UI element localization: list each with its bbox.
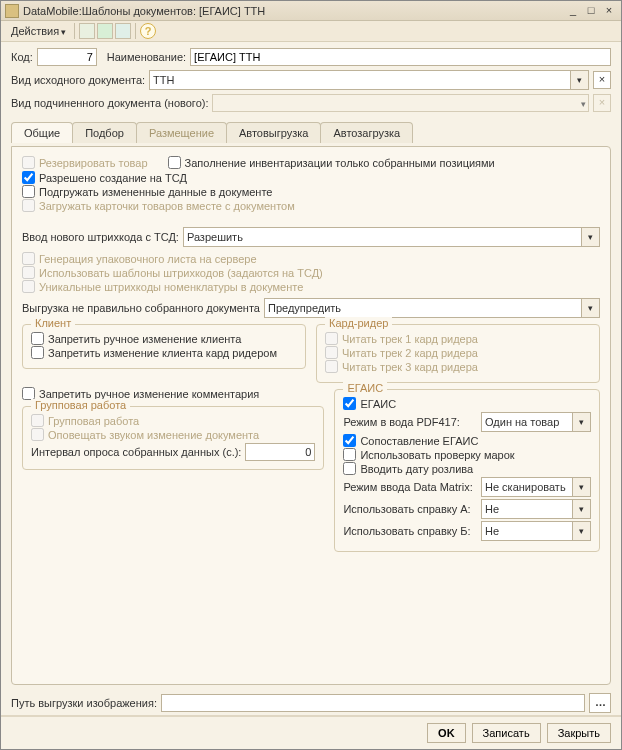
- egais-mode-select[interactable]: Один на товар: [481, 412, 591, 432]
- egais-mode-label: Режим в вода PDF417:: [343, 416, 477, 428]
- egais-match-checkbox[interactable]: Сопоставление ЕГАИС: [343, 434, 591, 447]
- chevron-down-icon[interactable]: [582, 227, 600, 247]
- group-egais-legend: ЕГАИС: [343, 382, 387, 394]
- group-groupwork-legend: Групповая работа: [31, 399, 130, 411]
- chevron-down-icon[interactable]: [573, 521, 591, 541]
- wrong-doc-value: Предупредить: [264, 298, 582, 318]
- separator: [135, 23, 136, 39]
- track1-checkbox: Читать трек 1 кард ридера: [325, 332, 591, 345]
- refb-select[interactable]: Не использовать: [481, 521, 591, 541]
- chevron-down-icon[interactable]: [573, 499, 591, 519]
- new-bc-value: Разрешить: [183, 227, 582, 247]
- tab-selection[interactable]: Подбор: [72, 122, 137, 143]
- browse-button[interactable]: …: [589, 693, 611, 713]
- chevron-down-icon[interactable]: [573, 412, 591, 432]
- group-groupwork: Групповая работа Групповая работа Оповещ…: [22, 406, 324, 470]
- wrong-doc-select[interactable]: Предупредить: [264, 298, 600, 318]
- tab-autoimport[interactable]: Автозагрузка: [320, 122, 413, 143]
- refb-value: Не использовать: [481, 521, 573, 541]
- interval-label: Интервал опроса собранных данных (с.):: [31, 446, 241, 458]
- maximize-button[interactable]: □: [583, 4, 599, 18]
- new-bc-select[interactable]: Разрешить: [183, 227, 600, 247]
- help-icon[interactable]: ?: [140, 23, 156, 39]
- src-doc-label: Вид исходного документа:: [11, 74, 145, 86]
- sound-notify-checkbox: Оповещать звуком изменение документа: [31, 428, 315, 441]
- forbid-manual-client-checkbox[interactable]: Запретить ручное изменение клиента: [31, 332, 297, 345]
- close-button[interactable]: Закрыть: [547, 723, 611, 743]
- code-label: Код:: [11, 51, 33, 63]
- group-cardreader-legend: Кард-ридер: [325, 317, 392, 329]
- check-marks-checkbox[interactable]: Использовать проверку марок: [343, 448, 591, 461]
- reserve-checkbox: Резервировать товар: [22, 156, 148, 169]
- unique-bc-checkbox: Уникальные штрихкоды номенклатуры в доку…: [22, 280, 600, 293]
- toolbar-icon-3[interactable]: [115, 23, 131, 39]
- app-icon: [5, 4, 19, 18]
- img-path-input[interactable]: [161, 694, 585, 712]
- tabstrip: Общие Подбор Размещение Автовыгрузка Авт…: [11, 122, 611, 143]
- clear-src-doc-button[interactable]: ×: [593, 71, 611, 89]
- group-client: Клиент Запретить ручное изменение клиент…: [22, 324, 306, 369]
- titlebar: DataMobile:Шаблоны документов: [ЕГАИС] Т…: [1, 1, 621, 21]
- refb-label: Использовать справку Б:: [343, 525, 477, 537]
- img-path-label: Путь выгрузки изображения:: [11, 697, 157, 709]
- group-client-legend: Клиент: [31, 317, 75, 329]
- chevron-down-icon[interactable]: [571, 70, 589, 90]
- window-title: DataMobile:Шаблоны документов: [ЕГАИС] Т…: [23, 5, 563, 17]
- dm-mode-select[interactable]: Не сканировать: [481, 477, 591, 497]
- refa-value: Не использовать: [481, 499, 573, 519]
- group-cardreader: Кард-ридер Читать трек 1 кард ридера Чит…: [316, 324, 600, 383]
- dm-mode-label: Режим ввода Data Matrix:: [343, 481, 477, 493]
- tab-general[interactable]: Общие: [11, 122, 73, 143]
- egais-enabled-checkbox[interactable]: ЕГАИС: [343, 397, 591, 410]
- close-window-button[interactable]: ×: [601, 4, 617, 18]
- tab-body-general: Резервировать товар Заполнение инвентари…: [11, 146, 611, 685]
- name-label: Наименование:: [107, 51, 186, 63]
- inv-fill-checkbox[interactable]: Заполнение инвентаризации только собранн…: [168, 156, 495, 169]
- sub-doc-label: Вид подчиненного документа (нового):: [11, 97, 208, 109]
- save-button[interactable]: Записать: [472, 723, 541, 743]
- gen-pack-checkbox: Генерация упаковочного листа на сервере: [22, 252, 600, 265]
- dm-mode-value: Не сканировать: [481, 477, 573, 497]
- clear-sub-doc-button: ×: [593, 94, 611, 112]
- chevron-down-icon: [581, 97, 586, 109]
- chevron-down-icon: [61, 25, 66, 37]
- load-cards-checkbox: Загружать карточки товаров вместе с доку…: [22, 199, 600, 212]
- refa-select[interactable]: Не использовать: [481, 499, 591, 519]
- new-bc-label: Ввод нового штрихкода с ТСД:: [22, 231, 179, 243]
- load-changed-checkbox[interactable]: Подгружать измененные данные в документе: [22, 185, 600, 198]
- egais-mode-value: Один на товар: [481, 412, 573, 432]
- src-doc-select[interactable]: ТТН: [149, 70, 589, 90]
- separator: [74, 23, 75, 39]
- sub-doc-select: [212, 94, 589, 112]
- toolbar: Действия ?: [1, 21, 621, 42]
- toolbar-icon-1[interactable]: [79, 23, 95, 39]
- forbid-card-client-checkbox[interactable]: Запретить изменение клиента кард ридером: [31, 346, 297, 359]
- group-egais: ЕГАИС ЕГАИС Режим в вода PDF417: Один на…: [334, 389, 600, 552]
- src-doc-value: ТТН: [149, 70, 571, 90]
- allow-create-checkbox[interactable]: Разрешено создание на ТСД: [22, 171, 600, 184]
- interval-input: [245, 443, 315, 461]
- tab-placement[interactable]: Размещение: [136, 122, 227, 143]
- use-templates-checkbox: Использовать шаблоны штрихкодов (задаютс…: [22, 266, 600, 279]
- actions-menu[interactable]: Действия: [7, 23, 70, 39]
- ok-button[interactable]: OK: [427, 723, 466, 743]
- chevron-down-icon[interactable]: [582, 298, 600, 318]
- bottling-date-checkbox[interactable]: Вводить дату розлива: [343, 462, 591, 475]
- wrong-doc-label: Выгрузка не правильно собранного докумен…: [22, 302, 260, 314]
- groupwork-checkbox: Групповая работа: [31, 414, 315, 427]
- actions-label: Действия: [11, 25, 59, 37]
- track2-checkbox: Читать трек 2 кард ридера: [325, 346, 591, 359]
- minimize-button[interactable]: _: [565, 4, 581, 18]
- refa-label: Использовать справку А:: [343, 503, 477, 515]
- name-input[interactable]: [190, 48, 611, 66]
- code-input[interactable]: [37, 48, 97, 66]
- tab-autoexport[interactable]: Автовыгрузка: [226, 122, 321, 143]
- footer: OK Записать Закрыть: [1, 715, 621, 749]
- chevron-down-icon[interactable]: [573, 477, 591, 497]
- toolbar-icon-2[interactable]: [97, 23, 113, 39]
- track3-checkbox: Читать трек 3 кард ридера: [325, 360, 591, 373]
